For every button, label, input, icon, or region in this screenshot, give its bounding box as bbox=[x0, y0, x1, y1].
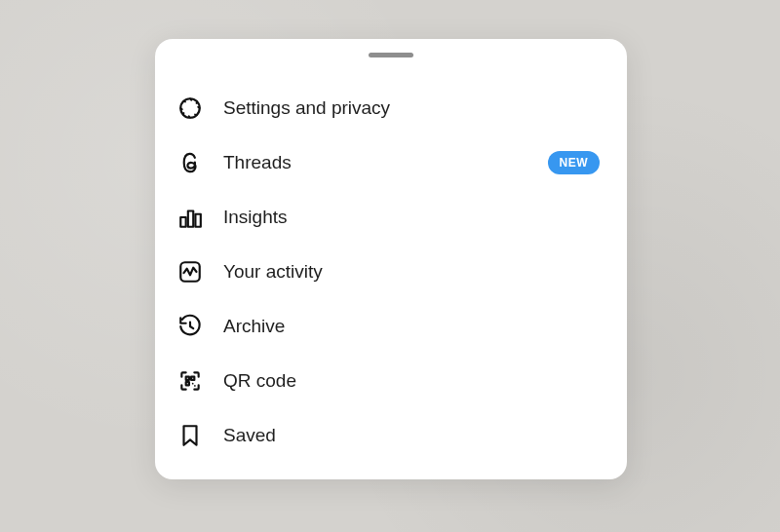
activity-icon bbox=[176, 258, 204, 285]
settings-icon bbox=[176, 95, 204, 122]
svg-rect-5 bbox=[186, 377, 189, 380]
menu-item-label: Insights bbox=[223, 207, 600, 228]
menu-item-label: Settings and privacy bbox=[223, 97, 600, 119]
menu-list: Settings and privacy Threads NEW Insight… bbox=[155, 81, 627, 463]
drag-handle[interactable] bbox=[369, 53, 413, 57]
svg-rect-2 bbox=[188, 211, 193, 227]
menu-item-label: Threads bbox=[223, 152, 528, 173]
threads-icon bbox=[176, 149, 204, 176]
menu-item-archive[interactable]: Archive bbox=[155, 299, 627, 354]
menu-item-settings-privacy[interactable]: Settings and privacy bbox=[155, 81, 627, 135]
qr-code-icon bbox=[176, 367, 204, 395]
menu-item-label: Your activity bbox=[223, 261, 600, 283]
menu-item-qr-code[interactable]: QR code bbox=[155, 354, 627, 408]
svg-point-9 bbox=[194, 385, 196, 387]
menu-item-label: Saved bbox=[223, 425, 600, 446]
svg-rect-3 bbox=[195, 214, 200, 227]
saved-icon bbox=[176, 422, 204, 449]
menu-item-label: Archive bbox=[223, 316, 600, 337]
svg-rect-7 bbox=[186, 382, 189, 385]
menu-item-label: QR code bbox=[223, 370, 600, 392]
menu-item-insights[interactable]: Insights bbox=[155, 190, 627, 245]
archive-icon bbox=[176, 313, 204, 340]
svg-rect-1 bbox=[180, 217, 185, 227]
new-badge: NEW bbox=[548, 151, 601, 174]
svg-rect-6 bbox=[191, 377, 194, 380]
menu-item-threads[interactable]: Threads NEW bbox=[155, 135, 627, 190]
svg-point-8 bbox=[192, 383, 194, 385]
bottom-sheet: Settings and privacy Threads NEW Insight… bbox=[155, 39, 627, 479]
insights-icon bbox=[176, 204, 204, 231]
menu-item-your-activity[interactable]: Your activity bbox=[155, 245, 627, 299]
menu-item-saved[interactable]: Saved bbox=[155, 408, 627, 463]
